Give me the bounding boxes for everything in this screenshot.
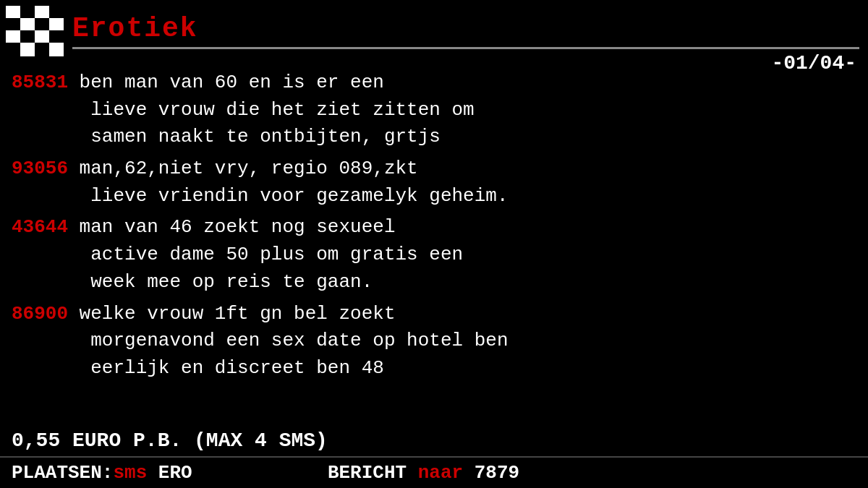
cost-info: 0,55 EURO P.B. (MAX 4 SMS) bbox=[0, 424, 868, 456]
header-divider bbox=[72, 47, 859, 49]
svg-rect-12 bbox=[49, 30, 64, 43]
svg-rect-13 bbox=[6, 43, 20, 56]
footer: 0,55 EURO P.B. (MAX 4 SMS) PLAATSEN: sms… bbox=[0, 424, 868, 488]
page-number: -01/04- bbox=[771, 52, 856, 74]
list-item: 86900 welke vrouw 1ft gn bel zoekt morge… bbox=[12, 301, 856, 382]
list-item: 85831 ben man van 60 en is er een lieve … bbox=[12, 69, 856, 151]
title-area: Erotiek bbox=[72, 13, 859, 49]
header: Erotiek bbox=[0, 0, 868, 59]
plaatsen-label: PLAATSEN: bbox=[12, 462, 113, 484]
message-text-1: ben man van 60 en is er een lieve vrouw … bbox=[12, 72, 475, 147]
message-text-2: man,62,niet vry, regio 089,zkt lieve vri… bbox=[12, 158, 509, 207]
message-list: 85831 ben man van 60 en is er een lieve … bbox=[0, 62, 868, 394]
svg-rect-15 bbox=[35, 43, 49, 56]
list-item: 93056 man,62,niet vry, regio 089,zkt lie… bbox=[12, 155, 856, 210]
svg-rect-14 bbox=[20, 43, 35, 56]
message-text-3: man van 46 zoekt nog sexueel active dame… bbox=[12, 216, 463, 292]
message-text-4: welke vrouw 1ft gn bel zoekt morgenavond… bbox=[12, 303, 509, 379]
logo-icon bbox=[6, 6, 64, 56]
ero-label: ERO bbox=[147, 462, 328, 484]
svg-rect-1 bbox=[6, 6, 20, 18]
svg-rect-5 bbox=[6, 18, 20, 30]
svg-rect-2 bbox=[20, 6, 35, 18]
svg-rect-11 bbox=[35, 30, 49, 43]
plaatsen-value: sms bbox=[113, 462, 147, 484]
naar-label: naar bbox=[418, 462, 463, 484]
screen: Erotiek -01/04- 85831 ben man van 60 en … bbox=[0, 0, 868, 488]
page-title: Erotiek bbox=[72, 13, 859, 44]
svg-rect-10 bbox=[20, 30, 35, 43]
svg-rect-7 bbox=[35, 18, 49, 30]
svg-rect-16 bbox=[49, 43, 64, 56]
svg-rect-8 bbox=[49, 18, 64, 30]
bericht-label: BERICHT bbox=[328, 462, 418, 484]
message-id-1: 85831 bbox=[12, 72, 68, 93]
svg-rect-9 bbox=[6, 30, 20, 43]
message-id-4: 86900 bbox=[12, 303, 68, 325]
svg-rect-6 bbox=[20, 18, 35, 30]
message-id-3: 43644 bbox=[12, 216, 68, 238]
message-id-2: 93056 bbox=[12, 158, 68, 179]
footer-bar: PLAATSEN: sms ERO BERICHT naar 7879 bbox=[0, 456, 868, 488]
list-item: 43644 man van 46 zoekt nog sexueel activ… bbox=[12, 214, 856, 296]
number: 7879 bbox=[463, 462, 519, 484]
svg-rect-3 bbox=[35, 6, 49, 18]
svg-rect-4 bbox=[49, 6, 64, 18]
